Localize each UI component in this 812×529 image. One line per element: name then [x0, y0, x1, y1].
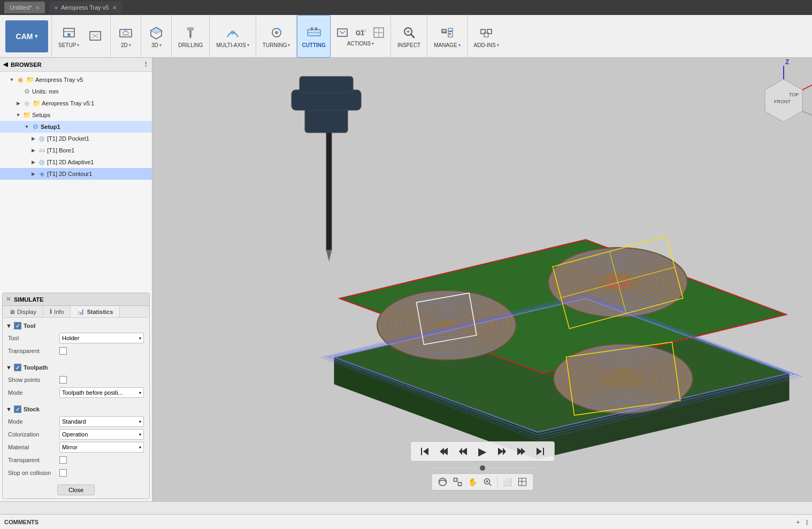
tree-item-contour1[interactable]: ▶ ◈ [T1] 2D Contour1 [0, 168, 152, 180]
svg-marker-106 [521, 448, 525, 455]
tool-type-select[interactable]: Holder ▾ [59, 333, 144, 343]
tree-item-setups[interactable]: ▼ 📁 Setups [0, 109, 152, 121]
inspect-button[interactable]: INSPECT [394, 23, 424, 49]
svg-point-2 [67, 33, 71, 36]
toolbar-section-turning: TURNING ▾ [256, 15, 297, 58]
contour1-label: [T1] 2D Contour1 [47, 171, 92, 177]
material-select[interactable]: Mirror ▾ [59, 442, 144, 453]
stock-mode-row: Mode Standard ▾ [6, 415, 146, 428]
setup-button[interactable]: SETUP ▾ [55, 23, 82, 49]
tree-item-units[interactable]: ⚙ Units: mm [0, 86, 152, 97]
manage-button[interactable]: % MANAGE ▾ [431, 23, 463, 49]
playback-slider-thumb[interactable] [480, 465, 485, 471]
playback-slider[interactable] [429, 467, 536, 469]
browser-header: ◀ BROWSER ⋮ [0, 58, 152, 72]
sim-tab-info[interactable]: ℹ Info [43, 306, 71, 317]
drilling-button[interactable]: DRILLING [175, 23, 206, 49]
svg-rect-117 [518, 478, 526, 486]
units-icon: ⚙ [22, 87, 31, 96]
stock-checkbox[interactable]: ✓ [14, 405, 21, 413]
action1-button[interactable] [334, 26, 351, 40]
grid-settings-button[interactable] [516, 476, 528, 488]
tree-item-pocket1[interactable]: ▶ ◎ [T1] 2D Pocket1 [0, 133, 152, 144]
material-label: Material [8, 444, 56, 450]
simulate-header[interactable]: ✕ SIMULATE [3, 293, 149, 306]
svg-line-25 [411, 34, 414, 37]
svg-text:Z: Z [785, 58, 789, 66]
tool-transparent-checkbox[interactable] [59, 347, 67, 355]
comments-collapse-icon[interactable]: | [806, 519, 808, 525]
svg-rect-33 [481, 29, 485, 34]
aerolink-arrow: ▶ [15, 100, 21, 106]
action3-icon [372, 26, 385, 39]
next-step-button[interactable] [514, 444, 528, 459]
skip-start-button[interactable] [417, 444, 432, 459]
tab-aeropress[interactable]: ● Aeropress Tray v5 ✕ [49, 2, 122, 13]
comments-expand-icon[interactable]: + [796, 519, 800, 525]
2d-button[interactable]: 2D ▾ [114, 23, 137, 49]
browser-options-icon[interactable]: ⋮ [143, 61, 149, 68]
tree-item-aeropress-link[interactable]: ▶ ◉ 📁 Aeropress Tray v5:1 [0, 97, 152, 109]
tool-checkbox[interactable]: ✓ [14, 322, 21, 329]
tree-item-adaptive1[interactable]: ▶ ◎ [T1] 2D Adaptive1 [0, 156, 152, 168]
addins-button[interactable]: ADD-INS ▾ [471, 23, 502, 49]
tool-type-value: Holder [62, 335, 79, 341]
tool-type-arrow: ▾ [139, 336, 141, 341]
sim-tab-statistics[interactable]: 📊 Statistics [71, 306, 120, 317]
tree-item-setup1[interactable]: ▼ ⚙ Setup1 [0, 121, 152, 133]
tool-section-header[interactable]: ▼ ✓ Tool [6, 320, 146, 332]
tool-transparent-row: Transparent [6, 344, 146, 357]
tab-untitled-close[interactable]: ✕ [35, 5, 40, 11]
prev-step-button[interactable] [436, 444, 451, 459]
step-forward-button[interactable] [494, 444, 509, 459]
toolpath-collapse-arrow: ▼ [6, 364, 12, 371]
stock-section-header[interactable]: ▼ ✓ Stock [6, 403, 146, 415]
sim-tab-display[interactable]: 🖥 Display [3, 306, 43, 317]
tab-untitled[interactable]: Untitled* ✕ [4, 2, 45, 13]
colorization-arrow: ▾ [139, 432, 141, 437]
skip-end-button[interactable] [533, 444, 548, 459]
play-button[interactable]: ▶ [475, 444, 490, 459]
toolpath-section-header[interactable]: ▼ ✓ Toolpath [6, 362, 146, 373]
info-tab-icon: ℹ [50, 308, 52, 315]
tree-item-root[interactable]: ▼ ◉ 📁 Aeropress Tray v5 [0, 74, 152, 86]
stock-transparent-checkbox[interactable] [59, 456, 67, 464]
action3-button[interactable] [370, 26, 387, 40]
pan-button[interactable]: ✋ [466, 476, 479, 488]
setup2-button[interactable] [83, 26, 107, 47]
turning-label: TURNING ▾ [263, 42, 290, 48]
3d-button[interactable]: 3D ▾ [144, 23, 168, 49]
close-button[interactable]: Close [57, 485, 95, 495]
turning-icon [268, 24, 285, 41]
browser-collapse-icon[interactable]: ◀ [3, 61, 7, 68]
show-points-checkbox[interactable] [59, 376, 67, 384]
stop-collision-checkbox[interactable] [59, 469, 67, 477]
action2-button[interactable]: G1 G2 [352, 26, 369, 40]
tree-item-bore1[interactable]: ▶ ▭ [T1] Bore1 [0, 144, 152, 156]
bottom-toolbar: ✋ ⬜ [431, 473, 533, 490]
toolpath-checkbox[interactable]: ✓ [14, 364, 21, 371]
show-points-label: Show points [8, 377, 56, 383]
cam-button[interactable]: CAM ▾ [5, 20, 48, 52]
orbit-button[interactable] [436, 476, 449, 488]
colorization-select[interactable]: Operation ▾ [59, 429, 144, 440]
fit-view-button[interactable] [451, 476, 464, 488]
viewport[interactable]: Z X FRONT TOP [152, 58, 812, 501]
display-settings-button[interactable]: ⬜ [501, 476, 514, 488]
toolpath-mode-select[interactable]: Toolpath before positi... ▾ [59, 387, 144, 398]
cutting-button[interactable]: CUTTING [298, 23, 328, 49]
svg-rect-110 [454, 478, 457, 481]
left-panel: ◀ BROWSER ⋮ ▼ ◉ 📁 Aeropress Tray v5 ⚙ Un… [0, 58, 152, 501]
tab-aeropress-close[interactable]: ✕ [112, 5, 117, 11]
title-bar: Untitled* ✕ ● Aeropress Tray v5 ✕ [0, 0, 812, 15]
2d-icon [117, 24, 134, 41]
manage-label: MANAGE ▾ [434, 42, 460, 48]
turning-button[interactable]: TURNING ▾ [259, 23, 294, 49]
step-back-button[interactable] [456, 444, 471, 459]
stock-mode-select[interactable]: Standard ▾ [59, 416, 144, 427]
toolbar-separator-1 [497, 477, 497, 487]
simulate-close-icon[interactable]: ✕ [6, 296, 11, 303]
zoom-button[interactable] [481, 476, 494, 488]
inspect-icon [401, 24, 418, 41]
multiaxis-button[interactable]: MULTI-AXIS ▾ [213, 23, 252, 49]
